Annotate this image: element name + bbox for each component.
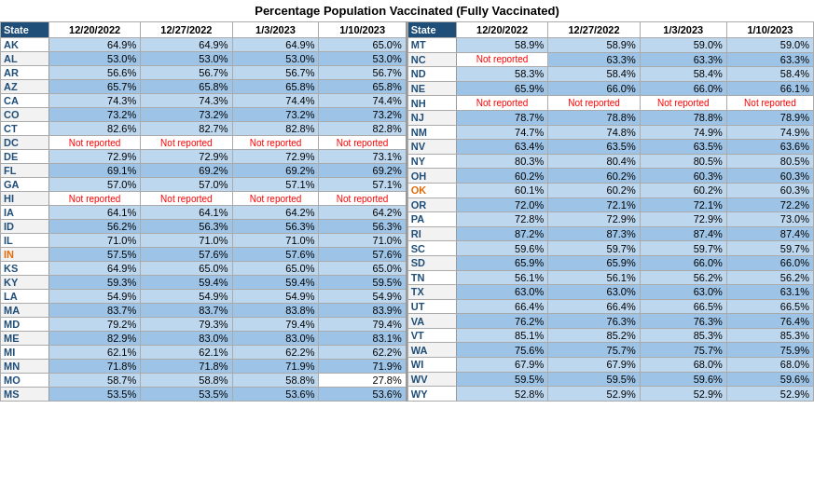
value-cell: 76.2% [456,314,547,329]
value-cell: 56.7% [232,66,319,80]
value-cell: Not reported [232,192,319,206]
value-cell: 57.6% [319,248,407,262]
value-cell: 59.4% [232,276,319,290]
left-header-4: 1/10/2023 [319,22,407,38]
state-cell: MD [1,318,49,332]
value-cell: 54.9% [319,290,407,304]
value-cell: 66.0% [640,255,726,270]
value-cell: 56.2% [640,270,726,285]
value-cell: 72.9% [49,150,141,164]
value-cell: 63.0% [456,285,547,300]
value-cell: 72.9% [548,212,640,227]
value-cell: 64.9% [232,38,319,52]
value-cell: 57.1% [232,178,319,192]
value-cell: 72.1% [548,198,640,212]
state-cell: KS [1,262,49,276]
value-cell: 66.0% [548,81,640,96]
value-cell: 83.1% [319,332,407,346]
state-cell: AK [1,38,49,52]
value-cell: 57.6% [141,248,232,262]
value-cell: 82.9% [49,332,141,346]
state-cell: NM [407,125,456,140]
value-cell: 82.7% [141,122,232,136]
value-cell: 76.4% [726,314,813,329]
value-cell: 57.1% [319,178,407,192]
table-row: NHNot reportedNot reportedNot reportedNo… [407,96,813,111]
state-cell: SC [407,241,456,256]
value-cell: 64.1% [141,206,232,220]
value-cell: 58.7% [49,374,141,388]
value-cell: 58.9% [548,38,640,53]
value-cell: 74.9% [640,125,726,140]
state-cell: FL [1,164,49,178]
value-cell: 60.2% [456,169,547,184]
value-cell: 63.4% [456,140,547,155]
value-cell: 53.5% [141,388,232,402]
value-cell: 62.1% [141,346,232,360]
value-cell: 83.8% [232,304,319,318]
value-cell: 69.2% [319,164,407,178]
table-row: ME82.9%83.0%83.0%83.1% [1,332,407,346]
table-row: GA57.0%57.0%57.1%57.1% [1,178,407,192]
table-row: MI62.1%62.1%62.2%62.2% [1,346,407,360]
state-cell: VA [407,314,456,329]
value-cell: 75.7% [640,343,726,358]
value-cell: 72.9% [640,212,726,227]
state-cell: OK [407,183,456,198]
left-header-2: 12/27/2022 [141,22,232,38]
value-cell: 75.6% [456,343,547,358]
table-row: UT66.4%66.4%66.5%66.5% [407,299,813,314]
value-cell: 59.5% [319,276,407,290]
value-cell: 78.7% [456,110,547,125]
value-cell: 56.3% [319,220,407,234]
value-cell: 65.7% [49,80,141,94]
value-cell: 66.1% [726,81,813,96]
value-cell: 65.8% [141,80,232,94]
value-cell: 54.9% [232,290,319,304]
value-cell: 71.9% [319,360,407,374]
value-cell: 69.1% [49,164,141,178]
value-cell: 72.9% [141,150,232,164]
value-cell: 62.2% [232,346,319,360]
value-cell: 56.3% [141,220,232,234]
value-cell: 63.5% [640,140,726,155]
value-cell: 56.2% [49,220,141,234]
state-cell: ID [1,220,49,234]
right-header-2: 12/27/2022 [548,22,640,38]
value-cell: 53.6% [319,388,407,402]
value-cell: 59.6% [456,241,547,256]
value-cell: 59.7% [726,241,813,256]
state-cell: NJ [407,110,456,125]
state-cell: GA [1,178,49,192]
value-cell: 74.7% [456,125,547,140]
table-row: AZ65.7%65.8%65.8%65.8% [1,80,407,94]
right-header-1: 12/20/2022 [456,22,547,38]
table-row: IA64.1%64.1%64.2%64.2% [1,206,407,220]
right-table: State 12/20/2022 12/27/2022 1/3/2023 1/1… [407,21,814,402]
table-row: NE65.9%66.0%66.0%66.1% [407,81,813,96]
value-cell: 59.7% [640,241,726,256]
value-cell: 76.3% [640,314,726,329]
table-row: WI67.9%67.9%68.0%68.0% [407,358,813,373]
table-row: CO73.2%73.2%73.2%73.2% [1,108,407,122]
table-row: PA72.8%72.9%72.9%73.0% [407,212,813,227]
value-cell: 74.4% [232,94,319,108]
value-cell: 56.1% [548,270,640,285]
right-header-4: 1/10/2023 [726,22,813,38]
table-row: HINot reportedNot reportedNot reportedNo… [1,192,407,206]
value-cell: 68.0% [640,358,726,373]
value-cell: 59.3% [49,276,141,290]
state-cell: IA [1,206,49,220]
value-cell: 63.0% [548,285,640,300]
table-row: AR56.6%56.7%56.7%56.7% [1,66,407,80]
value-cell: 64.1% [49,206,141,220]
value-cell: 75.9% [726,343,813,358]
table-row: OR72.0%72.1%72.1%72.2% [407,198,813,212]
value-cell: 53.0% [141,52,232,66]
value-cell: 64.2% [232,206,319,220]
value-cell: 58.9% [456,38,547,53]
table-row: WV59.5%59.5%59.6%59.6% [407,372,813,387]
state-cell: AR [1,66,49,80]
table-row: MS53.5%53.5%53.6%53.6% [1,388,407,402]
value-cell: 58.8% [232,374,319,388]
